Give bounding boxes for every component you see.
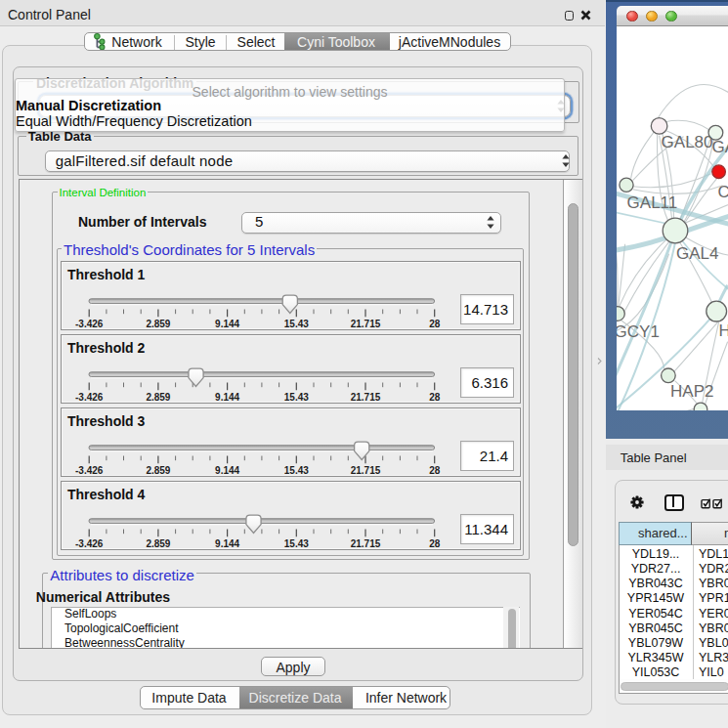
svg-text:-3.426: -3.426 [75, 538, 104, 549]
svg-text:-3.426: -3.426 [75, 465, 104, 476]
svg-text:GCY1: GCY1 [617, 322, 660, 341]
svg-text:9.144: 9.144 [215, 392, 239, 403]
svg-text:28: 28 [429, 319, 441, 329]
svg-text:GAL2: GAL2 [712, 138, 728, 156]
svg-text:21.715: 21.715 [351, 319, 381, 329]
svg-text:15.43: 15.43 [284, 392, 309, 403]
svg-text:21.715: 21.715 [351, 465, 381, 476]
svg-text:28: 28 [429, 392, 441, 403]
svg-text:9.144: 9.144 [215, 538, 239, 549]
svg-text:28: 28 [429, 465, 441, 476]
svg-text:GAL4: GAL4 [676, 244, 718, 263]
svg-text:2.859: 2.859 [146, 538, 170, 549]
svg-text:15.43: 15.43 [284, 465, 309, 476]
svg-text:21.715: 21.715 [351, 392, 381, 403]
svg-text:15.43: 15.43 [284, 319, 309, 329]
svg-text:9.144: 9.144 [215, 319, 239, 329]
svg-text:HAP2: HAP2 [670, 382, 713, 401]
svg-text:GAL11: GAL11 [627, 193, 678, 212]
svg-text:CDC: CDC [718, 183, 728, 201]
svg-text:9.144: 9.144 [215, 465, 239, 476]
svg-text:2.859: 2.859 [146, 465, 170, 476]
svg-text:HSF1: HSF1 [719, 321, 728, 340]
svg-text:GAL80: GAL80 [662, 133, 713, 151]
svg-text:2.859: 2.859 [146, 319, 170, 329]
svg-text:-3.426: -3.426 [75, 392, 104, 403]
svg-text:15.43: 15.43 [284, 538, 309, 549]
svg-text:-3.426: -3.426 [75, 319, 104, 329]
svg-text:21.715: 21.715 [351, 538, 381, 549]
svg-text:28: 28 [429, 538, 441, 549]
svg-text:2.859: 2.859 [146, 392, 170, 403]
